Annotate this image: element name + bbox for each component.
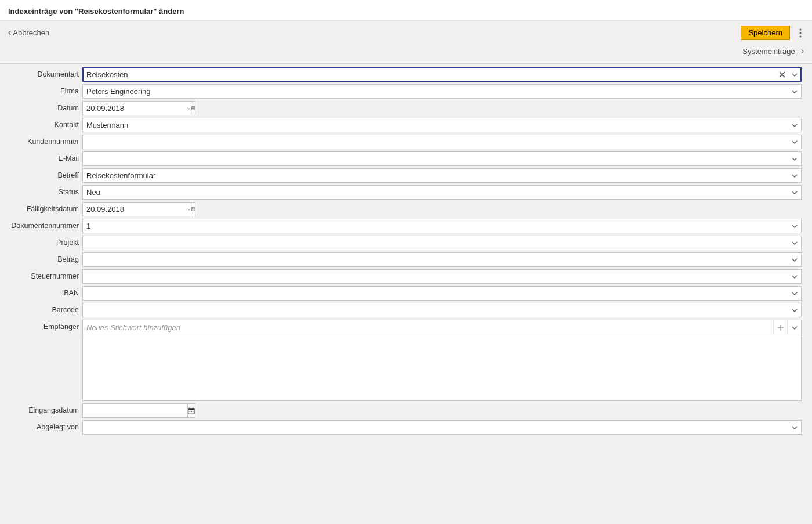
field-wrap	[82, 168, 802, 183]
date-field[interactable]	[82, 202, 195, 216]
combobox[interactable]	[82, 420, 802, 435]
field-label: Dokumentart	[10, 67, 79, 78]
svg-rect-7	[192, 108, 193, 109]
chevron-down-icon[interactable]	[788, 152, 801, 165]
cancel-button[interactable]: Abbrechen	[7, 26, 50, 39]
more-actions-icon[interactable]	[796, 27, 805, 39]
svg-rect-12	[192, 208, 193, 208]
system-entries-label: Systemeinträge	[742, 47, 795, 56]
svg-rect-20	[193, 407, 193, 409]
combobox-input[interactable]	[83, 236, 788, 250]
combobox[interactable]	[82, 286, 802, 301]
combobox[interactable]	[82, 252, 802, 267]
field-label: Fälligkeitsdatum	[10, 202, 79, 213]
combobox[interactable]	[82, 236, 802, 250]
field-wrap	[82, 269, 802, 284]
combobox[interactable]	[82, 168, 802, 183]
field-label: Datum	[10, 101, 79, 112]
combobox-input[interactable]	[83, 118, 788, 132]
calendar-icon[interactable]	[191, 203, 195, 216]
chevron-down-icon[interactable]	[788, 219, 801, 233]
field-wrap	[82, 320, 802, 401]
chevron-down-icon[interactable]	[788, 68, 801, 81]
save-button[interactable]: Speichern	[741, 26, 790, 40]
form-row: Betrag	[10, 252, 802, 267]
form-row: Kundennummer	[10, 135, 802, 149]
chevron-down-icon[interactable]	[788, 287, 801, 300]
svg-rect-21	[190, 411, 191, 412]
combobox-input[interactable]	[83, 287, 788, 300]
combobox-input[interactable]	[83, 169, 788, 182]
chevron-down-icon[interactable]	[788, 270, 801, 283]
svg-point-2	[800, 35, 802, 37]
keyword-input-row	[83, 320, 801, 335]
svg-rect-18	[188, 408, 194, 410]
combobox[interactable]	[82, 303, 802, 317]
chevron-down-icon[interactable]	[787, 320, 801, 335]
combobox-input[interactable]	[83, 219, 788, 233]
form-row: Fälligkeitsdatum	[10, 202, 802, 216]
form-row: Projekt	[10, 236, 802, 250]
keyword-list	[83, 335, 801, 400]
chevron-down-icon[interactable]	[788, 186, 801, 199]
combobox-input[interactable]	[83, 421, 788, 434]
combobox[interactable]	[82, 118, 802, 132]
chevron-down-icon[interactable]	[788, 135, 801, 149]
combobox-input[interactable]	[83, 85, 788, 98]
svg-rect-5	[192, 107, 193, 107]
date-input[interactable]	[83, 102, 187, 115]
combobox-input[interactable]	[83, 152, 788, 165]
chevron-down-icon[interactable]	[788, 253, 801, 266]
toolbar: Abbrechen Speichern Systemeinträge	[0, 21, 812, 59]
field-label: IBAN	[10, 286, 79, 297]
combobox[interactable]	[82, 67, 802, 82]
field-wrap	[82, 101, 802, 115]
combobox[interactable]	[82, 219, 802, 233]
field-label: Betreff	[10, 168, 79, 179]
field-label: Steuernummer	[10, 269, 79, 280]
cancel-label: Abbrechen	[13, 28, 49, 37]
chevron-down-icon[interactable]	[788, 169, 801, 182]
svg-rect-6	[194, 107, 194, 107]
plus-icon[interactable]	[773, 320, 787, 335]
combobox[interactable]	[82, 84, 802, 99]
chevron-down-icon[interactable]	[788, 421, 801, 434]
field-wrap	[82, 403, 802, 418]
combobox-input[interactable]	[83, 253, 788, 266]
field-label: Abgelegt von	[10, 420, 79, 431]
combobox[interactable]	[82, 151, 802, 166]
form-row: E-Mail	[10, 151, 802, 166]
field-wrap	[82, 185, 802, 200]
combobox[interactable]	[82, 269, 802, 284]
svg-point-0	[800, 28, 802, 30]
calendar-icon[interactable]	[187, 404, 195, 417]
combobox-input[interactable]	[83, 303, 788, 317]
date-input[interactable]	[83, 203, 187, 216]
form-row: IBAN	[10, 286, 802, 301]
field-label: Firma	[10, 84, 79, 95]
combobox-input[interactable]	[83, 270, 788, 283]
svg-rect-23	[193, 411, 194, 412]
chevron-down-icon[interactable]	[788, 85, 801, 98]
calendar-icon[interactable]	[191, 102, 195, 115]
date-input[interactable]	[83, 404, 187, 417]
combobox-input[interactable]	[83, 68, 775, 81]
clear-icon[interactable]	[775, 68, 788, 81]
combobox-input[interactable]	[83, 135, 788, 149]
toolbar-right: Speichern Systemeinträge	[741, 26, 805, 56]
header: Indexeinträge von "Reisekostenformular" …	[0, 0, 812, 21]
svg-rect-14	[192, 209, 193, 209]
date-field[interactable]	[82, 403, 195, 418]
combobox-input[interactable]	[83, 186, 788, 199]
keyword-input[interactable]	[83, 320, 773, 335]
chevron-down-icon[interactable]	[788, 118, 801, 132]
combobox[interactable]	[82, 185, 802, 200]
system-entries-link[interactable]: Systemeinträge	[742, 46, 805, 56]
chevron-down-icon[interactable]	[788, 236, 801, 250]
date-field[interactable]	[82, 101, 195, 115]
chevron-down-icon[interactable]	[788, 303, 801, 317]
form-row: Status	[10, 185, 802, 200]
svg-rect-8	[193, 108, 193, 109]
combobox[interactable]	[82, 135, 802, 149]
field-wrap	[82, 118, 802, 132]
